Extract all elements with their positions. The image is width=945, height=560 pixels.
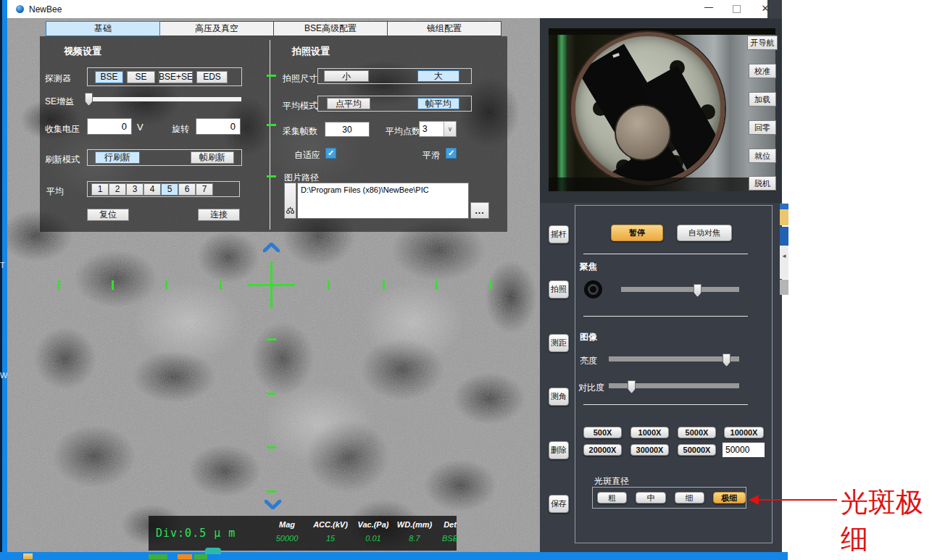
average-5-button[interactable]: 5 (161, 183, 178, 196)
tab-basic[interactable]: 基础 (46, 21, 160, 36)
frames-input[interactable] (325, 122, 370, 137)
mag-30000x-button[interactable]: 30000X (630, 444, 669, 456)
stage-zero-button[interactable]: 回零 (749, 120, 776, 135)
brightness-slider-track[interactable] (609, 356, 739, 362)
status-col-det: Det BSE (436, 520, 465, 543)
ruler-tick (490, 280, 492, 290)
taskbar-app-icon[interactable] (178, 554, 192, 559)
mag-500x-button[interactable]: 500X (583, 427, 622, 438)
rotation-input[interactable] (196, 118, 241, 135)
annotation-arrow-line (757, 499, 837, 501)
mag-20000x-button[interactable]: 20000X (583, 444, 622, 456)
tab-lens-config[interactable]: 镜组配置 (388, 21, 501, 36)
titlebar-dark-fragment (767, 0, 782, 18)
maximize-button[interactable] (733, 5, 741, 13)
ruler-tick (267, 393, 276, 395)
mag-10000x-button[interactable]: 10000X (724, 427, 764, 438)
refresh-mode-label: 刷新模式 (45, 154, 80, 166)
detector-se-button[interactable]: SE (127, 71, 155, 83)
avg-point-button[interactable]: 点平均 (327, 98, 370, 109)
snapshot-button[interactable]: 拍照 (549, 280, 569, 298)
minimize-button[interactable]: — (702, 2, 716, 15)
average-6-button[interactable]: 6 (178, 183, 196, 196)
stage-load-button[interactable]: 加载 (749, 92, 776, 106)
focus-target-icon (584, 280, 602, 298)
pause-button[interactable]: 暂停 (611, 225, 663, 241)
taskbar[interactable] (0, 552, 788, 560)
average-3-button[interactable]: 3 (126, 183, 143, 196)
status-header: Mag (265, 520, 309, 529)
detector-bse-se-button[interactable]: BSE+SE (159, 71, 193, 83)
smooth-checkbox[interactable]: ✓ (446, 148, 457, 159)
taskbar-app-icon[interactable] (194, 554, 207, 559)
refresh-frame-button[interactable]: 帧刷新 (191, 151, 234, 164)
spot-diameter-label: 光斑直径 (594, 475, 629, 488)
mag-value-input[interactable] (723, 443, 765, 457)
background-window-fragment (780, 227, 788, 246)
stage-open-nav-button[interactable]: 开导航 (747, 35, 778, 50)
taskbar-app-icon[interactable] (149, 554, 167, 559)
stage-in-place-button[interactable]: 就位 (749, 149, 776, 163)
detector-label: 探测器 (45, 72, 71, 85)
spot-coarse-button[interactable]: 粗 (597, 492, 627, 503)
mag-1000x-button[interactable]: 1000X (630, 427, 669, 438)
window-title: NewBee (29, 4, 62, 14)
detector-group: BSE SE BSE+SE EDS (87, 67, 242, 86)
desktop-icon-label-fragment: T (0, 261, 5, 269)
tab-bse-advanced[interactable]: BSE高级配置 (274, 21, 388, 36)
measure-distance-button[interactable]: 测距 (549, 334, 569, 352)
size-small-button[interactable]: 小 (324, 70, 369, 82)
average-7-button[interactable]: 7 (196, 183, 213, 196)
scroll-down-chevron-icon[interactable] (265, 500, 281, 509)
spot-fine-button[interactable]: 细 (675, 492, 704, 503)
avg-mode-group: 点平均 帧平均 (317, 96, 472, 112)
divider (583, 316, 748, 317)
autofocus-button[interactable]: 自动对焦 (677, 225, 732, 241)
avg-frame-button[interactable]: 帧平均 (417, 98, 459, 109)
photo-size-label: 拍照尺寸 (283, 72, 317, 85)
refresh-line-button[interactable]: 行刷新 (95, 151, 140, 164)
average-1-button[interactable]: 1 (91, 183, 109, 196)
folder-tree-icon (286, 206, 294, 214)
taskbar-folder-icon[interactable] (22, 553, 33, 559)
detector-eds-button[interactable]: EDS (196, 71, 228, 83)
average-2-button[interactable]: 2 (109, 183, 126, 196)
avg-mode-label: 平均模式 (283, 100, 317, 112)
sample-glint (612, 53, 620, 58)
status-col-vac: Vac.(Pa) 0.01 (353, 520, 394, 543)
focus-slider-track[interactable] (621, 287, 739, 292)
dropdown-chevron-icon[interactable]: ∨ (444, 122, 456, 136)
contrast-label: 对比度 (578, 382, 604, 394)
average-4-button[interactable]: 4 (143, 183, 161, 196)
smooth-label: 平滑 (422, 149, 440, 162)
measure-angle-button[interactable]: 测角 (549, 388, 569, 406)
status-header: Det (436, 520, 465, 529)
scroll-up-chevron-icon[interactable] (263, 243, 280, 252)
spot-ultrafine-button[interactable]: 极细 (713, 492, 746, 503)
collect-voltage-input[interactable] (87, 118, 132, 135)
brightness-label: 亮度 (580, 355, 597, 367)
path-input[interactable]: D:\Program Files (x86)\NewBee\PIC (297, 183, 469, 219)
stage-offline-button[interactable]: 脱机 (749, 176, 776, 191)
config-tab-bar: 基础 高压及真空 BSE高级配置 镜组配置 (46, 21, 501, 36)
size-large-button[interactable]: 大 (417, 70, 459, 82)
se-gain-slider-track[interactable] (85, 97, 241, 101)
points-value: 3 (420, 122, 444, 136)
browse-button[interactable]: ... (470, 202, 489, 219)
joystick-button[interactable]: 摇杆 (549, 225, 569, 243)
points-combobox[interactable]: 3 ∨ (419, 121, 457, 137)
save-button[interactable]: 保存 (549, 495, 569, 513)
detector-bse-button[interactable]: BSE (95, 71, 123, 83)
mag-5000x-button[interactable]: 5000X (678, 427, 716, 438)
tab-hv-vacuum[interactable]: 高压及真空 (160, 21, 274, 36)
connect-button[interactable]: 连接 (198, 209, 240, 221)
spot-medium-button[interactable]: 中 (636, 492, 665, 503)
path-tree-button[interactable] (284, 183, 296, 219)
mag-50000x-button[interactable]: 50000X (678, 444, 716, 456)
ruler-tick (436, 280, 438, 290)
adaptive-checkbox[interactable]: ✓ (325, 148, 336, 159)
ruler-tick (328, 280, 330, 290)
reset-button[interactable]: 复位 (87, 209, 129, 221)
delete-button[interactable]: 删除 (549, 441, 569, 459)
stage-calibrate-button[interactable]: 校准 (749, 64, 776, 78)
